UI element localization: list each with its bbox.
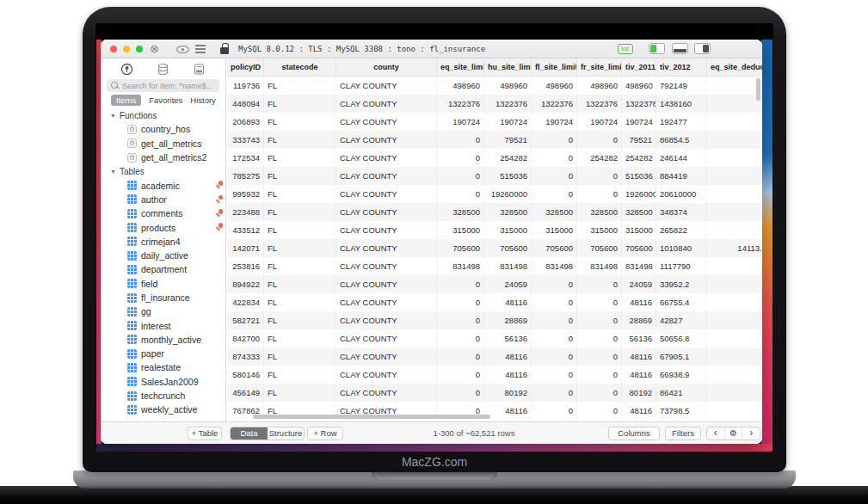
table-row[interactable]: 995932FLCLAY COUNTY019260000001926000020… (227, 185, 762, 203)
vertical-scrollbar[interactable] (756, 78, 760, 101)
cell[interactable]: 254282 (577, 149, 622, 167)
tab-data[interactable]: Data (231, 427, 268, 439)
sql-file-icon[interactable] (193, 63, 206, 76)
cell[interactable]: CLAY COUNTY (336, 95, 437, 113)
section-tables[interactable]: ▼ Tables (101, 164, 225, 178)
close-window-button[interactable] (110, 46, 117, 52)
cell[interactable]: 1117790 (656, 257, 707, 275)
cell[interactable]: 19260000 (484, 185, 532, 203)
cell[interactable]: 328500 (437, 203, 484, 221)
cell[interactable]: 0 (532, 329, 577, 347)
cell[interactable]: 0 (437, 347, 484, 366)
cell[interactable]: 422834 (227, 293, 264, 311)
toggle-bottom-panel-icon[interactable] (672, 43, 688, 54)
cell[interactable]: 0 (707, 402, 762, 420)
cell[interactable]: 86854.5 (656, 131, 707, 149)
cell[interactable]: 0 (707, 149, 762, 167)
cell[interactable]: 0 (437, 293, 484, 311)
cell[interactable]: 831498 (484, 257, 532, 275)
cell[interactable]: 705600 (437, 239, 484, 257)
cell[interactable]: 328500 (532, 203, 577, 221)
cell[interactable]: 190724 (484, 113, 532, 131)
cell[interactable]: 190724 (577, 113, 622, 131)
database-icon[interactable] (157, 63, 169, 76)
cell[interactable]: 785275 (227, 167, 264, 185)
cell[interactable]: CLAY COUNTY (336, 293, 437, 311)
sidebar-item-field[interactable]: field (101, 277, 225, 291)
add-row-button[interactable]: + Row (307, 427, 343, 440)
section-functions[interactable]: ▼ Functions (101, 108, 225, 122)
cell[interactable]: 56136 (484, 329, 532, 347)
table-row[interactable]: 333743FLCLAY COUNTY079521007952186854.50 (227, 131, 762, 149)
cell[interactable]: CLAY COUNTY (336, 366, 437, 384)
cell[interactable]: CLAY COUNTY (336, 203, 437, 221)
table-row[interactable]: 580146FLCLAY COUNTY048116004811666938.90 (227, 366, 762, 384)
cell[interactable]: 0 (532, 131, 577, 149)
sidebar-item-crimejan4[interactable]: crimejan4 (101, 235, 225, 249)
cell[interactable]: 0 (577, 347, 622, 366)
cell[interactable]: FL (264, 185, 336, 203)
table-row[interactable]: 785275FLCLAY COUNTY051503600515036884419… (227, 167, 762, 185)
cell[interactable]: FL (264, 347, 336, 366)
cell[interactable]: FL (264, 366, 336, 384)
cell[interactable]: CLAY COUNTY (336, 167, 437, 185)
table-row[interactable]: 223488FLCLAY COUNTY328500328500328500328… (227, 203, 762, 221)
table-row[interactable]: 119736FLCLAY COUNTY498960498960498960498… (227, 77, 762, 95)
cell[interactable]: FL (264, 311, 336, 329)
column-header-eq_site_deductible[interactable]: eq_site_deductible (707, 58, 762, 76)
cell[interactable]: 0 (437, 311, 484, 329)
cell[interactable]: 48116 (484, 366, 532, 384)
sidebar-item-comments[interactable]: comments (101, 206, 225, 220)
cell[interactable]: FL (264, 293, 336, 311)
cell[interactable]: 515036 (622, 167, 656, 185)
minimize-window-button[interactable] (123, 46, 130, 52)
table-row[interactable]: 206893FLCLAY COUNTY190724190724190724190… (227, 113, 762, 131)
cell[interactable]: 1438160 (656, 95, 707, 113)
sidebar-item-get_all_metrics[interactable]: ⚙get_all_metrics (101, 137, 225, 151)
cell[interactable]: FL (264, 203, 336, 221)
sidebar-item-gg[interactable]: gg (101, 304, 225, 318)
log-list-icon[interactable] (195, 45, 206, 46)
cell[interactable]: 265822 (656, 221, 707, 239)
cell[interactable]: 42827 (656, 311, 707, 329)
cell[interactable]: 66755.4 (656, 293, 707, 311)
cell[interactable]: 0 (532, 347, 577, 366)
cell[interactable]: CLAY COUNTY (336, 77, 437, 95)
sidebar-item-daily_active[interactable]: daily_active (101, 249, 225, 262)
cell[interactable]: 0 (532, 149, 577, 167)
gear-icon[interactable]: ⚙ (725, 427, 743, 439)
cell[interactable]: 80192 (622, 384, 656, 402)
sidebar-item-paper[interactable]: paper (101, 347, 225, 360)
cell[interactable]: 705600 (622, 239, 656, 257)
sidebar-item-weekly_active[interactable]: weekly_active (101, 403, 225, 416)
cell[interactable]: 582721 (227, 311, 264, 329)
cell[interactable]: FL (264, 77, 336, 95)
cell[interactable]: 498960 (437, 77, 484, 95)
cell[interactable]: 894922 (227, 275, 264, 293)
cell[interactable]: 0 (707, 293, 762, 311)
cell[interactable]: 0 (707, 257, 762, 275)
cell[interactable]: 705600 (484, 239, 532, 257)
table-row[interactable]: 253816FLCLAY COUNTY831498831498831498831… (227, 257, 762, 275)
cell[interactable]: 0 (707, 311, 762, 329)
table-row[interactable]: 172534FLCLAY COUNTY025428202542822542822… (227, 149, 762, 167)
cell[interactable]: 24059 (484, 275, 532, 293)
column-header-policyID[interactable]: policyID (227, 58, 264, 76)
tab-favorites[interactable]: Favorites (149, 95, 182, 105)
cell[interactable]: 315000 (532, 221, 577, 239)
horizontal-scrollbar[interactable] (253, 415, 490, 419)
cell[interactable]: 0 (577, 311, 622, 329)
cell[interactable]: 456149 (227, 384, 264, 402)
cell[interactable]: 1322376 (532, 95, 577, 113)
next-page-button[interactable]: › (742, 427, 760, 439)
cell[interactable]: 79521 (484, 131, 532, 149)
cell[interactable]: 884419 (656, 167, 707, 185)
prev-page-button[interactable]: ‹ (707, 427, 725, 439)
connection-icon[interactable] (120, 63, 133, 76)
cell[interactable]: 0 (707, 329, 762, 347)
cell[interactable]: 315000 (577, 221, 622, 239)
cell[interactable]: 28869 (622, 311, 656, 329)
cell[interactable]: CLAY COUNTY (336, 275, 437, 293)
sidebar-item-realestate[interactable]: realestate (101, 360, 225, 374)
cell[interactable]: CLAY COUNTY (336, 185, 437, 203)
